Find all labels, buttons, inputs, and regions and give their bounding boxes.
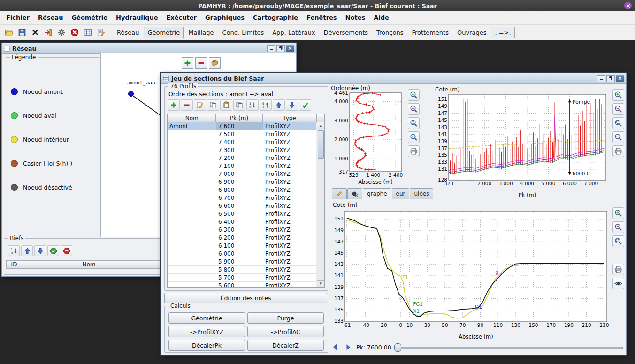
profile-type-cell[interactable]: ProfilXYZ xyxy=(263,122,317,130)
zoom-select-icon[interactable] xyxy=(408,117,420,129)
profile-row[interactable]: 7 100ProfilXYZ xyxy=(168,162,317,170)
zoom-select-icon[interactable] xyxy=(612,117,624,129)
toolbar-button-ouvrages[interactable]: Ouvrages xyxy=(453,27,490,38)
pk-slider-track[interactable] xyxy=(394,347,623,349)
profile-row[interactable]: 6 200ProfilXYZ xyxy=(168,234,317,242)
print-icon[interactable] xyxy=(612,264,624,275)
sections-window-titlebar[interactable]: Jeu de sections du Bief Saar xyxy=(161,73,626,84)
close-icon[interactable] xyxy=(286,45,294,52)
profile-name-cell[interactable] xyxy=(168,162,216,170)
profile-pk-cell[interactable]: 6 500 xyxy=(216,210,263,218)
calc-button-decalerpk[interactable]: DécalerPk xyxy=(168,340,245,351)
profile-pk-cell[interactable]: 6 100 xyxy=(216,242,263,250)
save-icon[interactable] xyxy=(16,26,28,38)
profile-type-cell[interactable]: ProfilXYZ xyxy=(263,258,317,265)
profile-row[interactable]: 7 500ProfilXYZ xyxy=(168,130,317,138)
longitudinal-profile-plot[interactable]: 3232 0003 0004 0005 0006 0007 0001511491… xyxy=(433,90,611,202)
profile-row[interactable]: Amont7 600ProfilXYZ xyxy=(168,122,317,130)
open-icon[interactable] xyxy=(3,26,15,38)
menu-cartographie[interactable]: Cartographie xyxy=(249,11,302,24)
menu-hydraulique[interactable]: Hydraulique xyxy=(112,11,162,24)
profile-row[interactable]: 7 000ProfilXYZ xyxy=(168,170,317,178)
move-down-icon[interactable] xyxy=(286,99,298,111)
profile-name-cell[interactable] xyxy=(168,202,216,210)
profile-pk-cell[interactable]: 5 900 xyxy=(216,258,263,265)
profile-name-cell[interactable] xyxy=(168,242,216,250)
profile-pk-cell[interactable]: 6 900 xyxy=(216,178,263,186)
plan-view-plot[interactable]: 5291 4002 4004 4614 0003 0002 0001 00031… xyxy=(330,90,405,189)
profile-row[interactable]: 7 400ProfilXYZ xyxy=(168,138,317,146)
profile-row[interactable]: 6 500ProfilXYZ xyxy=(168,210,317,218)
profile-name-cell[interactable] xyxy=(168,170,216,178)
print-icon[interactable] xyxy=(408,145,420,157)
scrollbar-thumb[interactable] xyxy=(318,130,324,159)
profile-name-cell[interactable] xyxy=(168,194,216,202)
pk-slider-handle[interactable] xyxy=(394,343,401,352)
profile-row[interactable]: 5 600ProfilXYZ xyxy=(168,282,317,287)
profile-name-cell[interactable] xyxy=(168,250,216,258)
zoom-in-icon[interactable] xyxy=(612,89,624,101)
profile-row[interactable]: 5 700ProfilXYZ xyxy=(168,274,317,282)
add-icon[interactable] xyxy=(182,57,193,69)
menu-graphiques[interactable]: Graphiques xyxy=(201,11,249,24)
previous-section-button[interactable] xyxy=(330,342,340,352)
copy-icon[interactable] xyxy=(207,99,219,111)
zoom-original-icon[interactable]: 1:1 xyxy=(408,131,420,143)
profile-name-cell[interactable] xyxy=(168,274,216,281)
sort-asc-icon[interactable]: 91 xyxy=(260,99,272,111)
restore-icon[interactable] xyxy=(276,45,285,52)
edit-icon[interactable] xyxy=(194,99,206,111)
profile-type-cell[interactable]: ProfilXYZ xyxy=(263,154,317,162)
profile-name-cell[interactable] xyxy=(168,154,216,162)
profile-pk-cell[interactable]: 7 600 xyxy=(216,122,263,130)
profile-pk-cell[interactable]: 7 000 xyxy=(216,170,263,178)
profile-name-cell[interactable] xyxy=(168,226,216,234)
import-icon[interactable] xyxy=(42,26,54,38)
profile-pk-cell[interactable]: 6 400 xyxy=(216,218,263,226)
sort-desc-icon[interactable]: 19 xyxy=(8,245,20,256)
move-up-icon[interactable] xyxy=(21,245,33,256)
profile-type-cell[interactable]: ProfilXYZ xyxy=(263,250,317,258)
profile-row[interactable]: 6 100ProfilXYZ xyxy=(168,242,317,250)
cross-section-plot[interactable]: -61-40-200103050709011013015017019021023… xyxy=(330,206,612,343)
profile-type-cell[interactable]: ProfilXYZ xyxy=(263,218,317,226)
profile-type-cell[interactable]: ProfilXYZ xyxy=(263,226,317,234)
profile-type-cell[interactable]: ProfilXYZ xyxy=(263,242,317,250)
remove-icon[interactable] xyxy=(181,99,193,111)
tab-ink-x-icon[interactable] xyxy=(347,188,362,199)
table-scrollbar[interactable]: ▲ ▼ xyxy=(317,122,324,287)
profile-pk-cell[interactable]: 7 200 xyxy=(216,154,263,162)
menu-geometrie[interactable]: Géométrie xyxy=(67,11,112,24)
scroll-up-icon[interactable]: ▲ xyxy=(317,122,324,129)
stop-icon[interactable] xyxy=(69,26,81,38)
profile-type-cell[interactable]: ProfilXYZ xyxy=(263,274,317,281)
toolbar-button-maillage[interactable]: Maillage xyxy=(184,27,217,38)
profile-row[interactable]: 6 000ProfilXYZ xyxy=(168,250,317,258)
toolbar-button-deversements[interactable]: Déversements xyxy=(320,27,372,38)
tab-graphe[interactable]: graphe xyxy=(363,188,391,199)
toolbar-button-geometrie[interactable]: Géométrie xyxy=(144,27,184,38)
profile-row[interactable]: 6 900ProfilXYZ xyxy=(168,178,317,186)
duplicate-icon[interactable] xyxy=(233,99,245,111)
zoom-out-icon[interactable] xyxy=(612,221,624,233)
zoom-in-icon[interactable] xyxy=(612,207,624,219)
profile-name-cell[interactable] xyxy=(168,186,216,194)
pk-slider[interactable] xyxy=(394,342,625,352)
profile-pk-cell[interactable]: 7 100 xyxy=(216,162,263,170)
menu-aide[interactable]: Aide xyxy=(369,11,393,24)
calc-button-geometrie[interactable]: Géométrie xyxy=(168,312,245,324)
menu-executer[interactable]: Exécuter xyxy=(162,11,201,24)
tab-ulees[interactable]: ulées xyxy=(410,188,433,199)
minimize-icon[interactable] xyxy=(597,75,605,82)
window-close-button[interactable] xyxy=(624,2,632,9)
biefs-column-id[interactable]: ID xyxy=(6,260,22,269)
profile-pk-cell[interactable]: 7 400 xyxy=(216,138,263,146)
profile-type-cell[interactable]: ProfilXYZ xyxy=(263,194,317,202)
edit-notes-button[interactable]: Édition des notes xyxy=(164,293,327,303)
profile-pk-cell[interactable]: 7 500 xyxy=(216,130,263,138)
profile-type-cell[interactable]: ProfilXYZ xyxy=(263,282,317,287)
profile-row[interactable]: 6 300ProfilXYZ xyxy=(168,226,317,234)
profile-type-cell[interactable]: ProfilXYZ xyxy=(263,266,317,273)
column-header-nom[interactable]: Nom xyxy=(168,114,216,122)
paste-icon[interactable] xyxy=(220,99,232,111)
